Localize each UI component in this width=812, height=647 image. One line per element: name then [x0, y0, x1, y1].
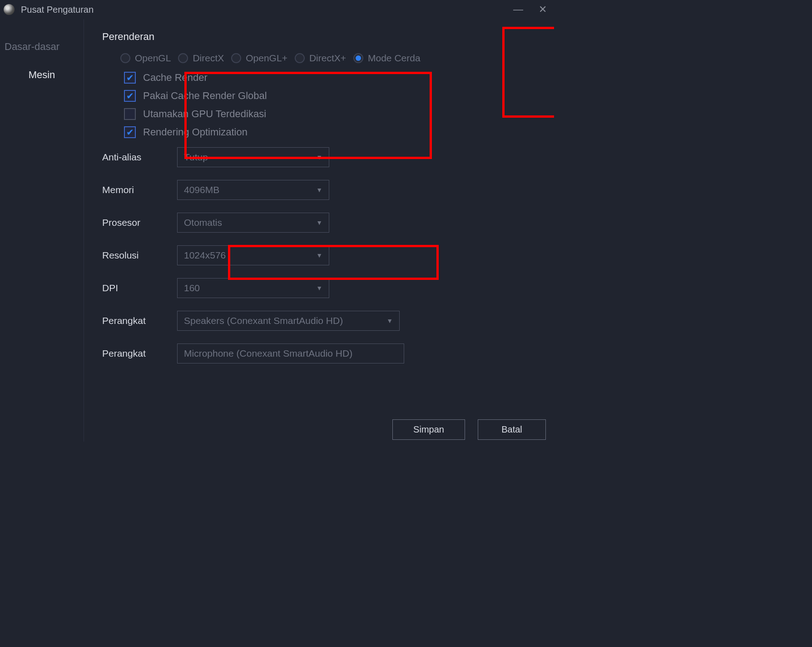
- footer-buttons: Simpan Batal: [392, 419, 546, 440]
- label-processor: Prosesor: [102, 217, 177, 228]
- sidebar-item-dasar[interactable]: Dasar-dasar: [0, 33, 84, 61]
- select-processor[interactable]: Otomatis ▼: [177, 213, 329, 233]
- label-memory: Memori: [102, 184, 177, 195]
- row-resolution: Resolusi 1024x576 ▼: [102, 245, 546, 265]
- check-global-cache[interactable]: ✔ Pakai Cache Render Global: [124, 90, 546, 102]
- select-dpi[interactable]: 160 ▼: [177, 278, 329, 298]
- check-label: Utamakan GPU Terdedikasi: [143, 108, 266, 120]
- section-title: Perenderan: [102, 31, 546, 43]
- radio-directx[interactable]: DirectX: [178, 53, 224, 64]
- select-value: 1024x576: [184, 250, 226, 261]
- select-value: 4096MB: [184, 184, 219, 195]
- check-label: Pakai Cache Render Global: [143, 90, 267, 102]
- cancel-button[interactable]: Batal: [478, 419, 546, 440]
- chevron-down-icon: ▼: [316, 252, 322, 259]
- save-button[interactable]: Simpan: [392, 419, 465, 440]
- radio-label: DirectX: [193, 53, 224, 64]
- label-speaker-device: Perangkat: [102, 315, 177, 326]
- select-value: Otomatis: [184, 217, 222, 228]
- check-render-optimization[interactable]: ✔ Rendering Optimization: [124, 126, 546, 138]
- label-antialias: Anti-alias: [102, 152, 177, 163]
- select-value: Microphone (Conexant SmartAudio HD): [184, 348, 352, 359]
- radio-dot-icon: [120, 53, 130, 63]
- radio-smart-mode[interactable]: Mode Cerda: [353, 53, 421, 64]
- radio-dot-icon: [295, 53, 305, 63]
- check-cache-render[interactable]: ✔ Cache Render: [124, 72, 546, 84]
- checkbox-icon: ✔: [124, 72, 136, 84]
- label-resolution: Resolusi: [102, 250, 177, 261]
- select-value: Speakers (Conexant SmartAudio HD): [184, 315, 343, 326]
- render-checks: ✔ Cache Render ✔ Pakai Cache Render Glob…: [124, 72, 546, 138]
- row-dpi: DPI 160 ▼: [102, 278, 546, 298]
- checkbox-icon: ✔: [124, 126, 136, 138]
- sidebar-item-mesin[interactable]: Mesin: [0, 61, 84, 89]
- checkbox-icon: ✔: [124, 90, 136, 102]
- titlebar: Pusat Pengaturan — ✕: [0, 0, 554, 19]
- select-memory[interactable]: 4096MB ▼: [177, 180, 329, 200]
- row-processor: Prosesor Otomatis ▼: [102, 213, 546, 233]
- app-icon: [4, 4, 15, 15]
- check-label: Cache Render: [143, 72, 208, 84]
- chevron-down-icon: ▼: [316, 154, 322, 161]
- radio-label: Mode Cerda: [368, 53, 421, 64]
- radio-openglplus[interactable]: OpenGL+: [231, 53, 287, 64]
- render-mode-radios: OpenGL DirectX OpenGL+ DirectX+ Mode Cer…: [120, 53, 546, 64]
- select-antialias[interactable]: Tutup ▼: [177, 147, 329, 167]
- label-dpi: DPI: [102, 283, 177, 294]
- select-value: 160: [184, 283, 200, 294]
- chevron-down-icon: ▼: [316, 284, 322, 292]
- chevron-down-icon: ▼: [316, 219, 322, 226]
- chevron-down-icon: ▼: [386, 317, 393, 324]
- close-icon[interactable]: ✕: [539, 4, 547, 15]
- check-label: Rendering Optimization: [143, 126, 248, 138]
- select-value: Tutup: [184, 152, 208, 163]
- input-mic-device[interactable]: Microphone (Conexant SmartAudio HD): [177, 343, 404, 363]
- radio-dot-icon: [231, 53, 241, 63]
- content: Perenderan OpenGL DirectX OpenGL+ Direct…: [84, 19, 554, 442]
- radio-label: OpenGL+: [246, 53, 287, 64]
- sidebar: Dasar-dasar Mesin: [0, 19, 84, 442]
- radio-label: DirectX+: [309, 53, 346, 64]
- radio-opengl[interactable]: OpenGL: [120, 53, 171, 64]
- select-speaker-device[interactable]: Speakers (Conexant SmartAudio HD) ▼: [177, 311, 400, 331]
- minimize-icon[interactable]: —: [513, 4, 523, 15]
- check-dedicated-gpu[interactable]: Utamakan GPU Terdedikasi: [124, 108, 546, 120]
- radio-dot-icon: [353, 53, 363, 63]
- radio-label: OpenGL: [135, 53, 171, 64]
- select-resolution[interactable]: 1024x576 ▼: [177, 245, 329, 265]
- row-antialias: Anti-alias Tutup ▼: [102, 147, 546, 167]
- radio-directxplus[interactable]: DirectX+: [295, 53, 346, 64]
- label-mic-device: Perangkat: [102, 348, 177, 359]
- chevron-down-icon: ▼: [316, 186, 322, 194]
- row-speaker-device: Perangkat Speakers (Conexant SmartAudio …: [102, 311, 546, 331]
- window-title: Pusat Pengaturan: [21, 5, 94, 15]
- row-mic-device: Perangkat Microphone (Conexant SmartAudi…: [102, 343, 546, 363]
- window-controls: — ✕: [513, 4, 550, 15]
- radio-dot-icon: [178, 53, 188, 63]
- row-memory: Memori 4096MB ▼: [102, 180, 546, 200]
- checkbox-icon: [124, 108, 136, 120]
